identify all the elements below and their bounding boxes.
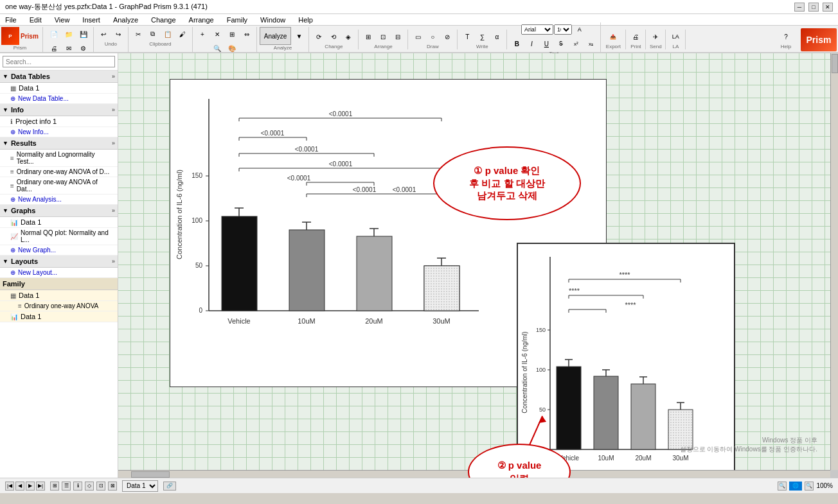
menu-help[interactable]: Help: [296, 16, 316, 24]
menu-arrange[interactable]: Arrange: [186, 16, 217, 24]
nav-icon-2[interactable]: ☰: [62, 482, 71, 491]
change-btn3[interactable]: ◈: [341, 30, 355, 44]
nav-icon-5[interactable]: ⊡: [96, 482, 105, 491]
info-more-icon[interactable]: »: [112, 107, 115, 113]
link-button[interactable]: 🔗: [163, 482, 176, 491]
write-btn2[interactable]: ∑: [475, 30, 489, 44]
menu-analyze[interactable]: Analyze: [111, 16, 141, 24]
sidebar-item-family-data1b[interactable]: 📊 Data 1: [0, 311, 118, 322]
write-btn3[interactable]: α: [490, 30, 504, 44]
sidebar-item-new-info[interactable]: ⊕ New Info...: [0, 127, 118, 137]
zoom-in-button[interactable]: 🔍: [805, 482, 814, 491]
nav-icon-4[interactable]: ◇: [85, 482, 94, 491]
sidebar-section-datatables-header[interactable]: ▼ Data Tables »: [0, 71, 118, 83]
delete-button[interactable]: ✕: [210, 27, 224, 41]
draw-btn3[interactable]: ⊘: [440, 30, 454, 44]
datatables-more-icon[interactable]: »: [112, 73, 115, 80]
cut-button[interactable]: ✂: [131, 27, 145, 41]
copy-button[interactable]: ⧉: [146, 27, 160, 41]
sidebar-section-info-header[interactable]: ▼ Info »: [0, 104, 118, 116]
subscript-btn[interactable]: x₂: [584, 37, 598, 51]
la-btn[interactable]: LA: [668, 30, 682, 44]
sidebar-section-layouts-header[interactable]: ▼ Layouts »: [0, 256, 118, 268]
open-button[interactable]: 📁: [62, 27, 76, 41]
add-col-button[interactable]: +: [195, 27, 209, 41]
sidebar-item-anova2[interactable]: ≡ Ordinary one-way ANOVA of Dat...: [0, 177, 118, 195]
sidebar-item-new-datatable[interactable]: ⊕ New Data Table...: [0, 94, 118, 104]
canvas-scroll[interactable]: Concentration of IL-6 (ng/ml) 0 50 100 1…: [118, 53, 830, 470]
size-select[interactable]: 10: [554, 24, 572, 35]
font-color-btn[interactable]: A: [573, 22, 587, 37]
change-btn2[interactable]: ⟲: [326, 30, 341, 44]
menu-insert[interactable]: Insert: [80, 16, 103, 24]
arrange-btn1[interactable]: ⊞: [361, 30, 375, 44]
nav-next-button[interactable]: ▶|: [36, 482, 45, 491]
send-btn[interactable]: ✈: [648, 30, 663, 44]
insert-button[interactable]: ⊞: [225, 27, 239, 41]
sidebar-section-results-header[interactable]: ▼ Results »: [0, 137, 118, 150]
help-btn[interactable]: ?: [779, 30, 793, 44]
italic-btn[interactable]: I: [524, 37, 539, 51]
menu-file[interactable]: File: [3, 16, 19, 24]
menu-edit[interactable]: Edit: [27, 16, 44, 24]
menu-family[interactable]: Family: [224, 16, 250, 24]
sidebar-section-graphs-header[interactable]: ▼ Graphs »: [0, 205, 118, 217]
sidebar-item-family-data1[interactable]: ▦ Data 1: [0, 290, 118, 301]
nav-icon-1[interactable]: ⊞: [50, 482, 59, 491]
sidebar-item-projectinfo[interactable]: ℹ Project info 1: [0, 116, 118, 127]
superscript-btn[interactable]: x²: [569, 37, 583, 51]
sidebar-section-family-header[interactable]: Family: [0, 278, 118, 290]
sidebar-item-new-analysis[interactable]: ⊕ New Analysis...: [0, 195, 118, 205]
sheet-dropdown[interactable]: Data 1: [122, 480, 158, 492]
undo-button[interactable]: ↩: [96, 27, 111, 41]
change-btn1[interactable]: ⟳: [312, 30, 326, 44]
search-input[interactable]: [3, 56, 115, 67]
layouts-more-icon[interactable]: »: [112, 258, 115, 265]
minimize-button[interactable]: ─: [794, 3, 805, 12]
menu-window[interactable]: Window: [258, 16, 288, 24]
bold-btn[interactable]: B: [510, 37, 524, 51]
write-btn1[interactable]: T: [460, 30, 474, 44]
arrange-btn2[interactable]: ⊡: [376, 30, 390, 44]
canvas-area[interactable]: Concentration of IL-6 (ng/ml) 0 50 100 1…: [118, 53, 838, 478]
sidebar-item-new-layout[interactable]: ⊕ New Layout...: [0, 268, 118, 278]
results-more-icon[interactable]: »: [112, 140, 115, 146]
sidebar-item-new-graph[interactable]: ⊕ New Graph...: [0, 245, 118, 256]
analyze-extra-button[interactable]: ▼: [292, 29, 306, 43]
sidebar-item-graph-data1[interactable]: 📊 Data 1: [0, 217, 118, 228]
analyze-button[interactable]: Analyze: [260, 27, 292, 45]
format-paint-button[interactable]: 🖌: [175, 27, 190, 41]
vertical-scrollbar[interactable]: [830, 53, 838, 470]
menu-view[interactable]: View: [52, 16, 73, 24]
close-button[interactable]: ✕: [823, 3, 833, 12]
export-btn[interactable]: 📤: [603, 30, 623, 44]
graphs-more-icon[interactable]: »: [112, 207, 115, 214]
sidebar-item-anova1[interactable]: ≡ Ordinary one-way ANOVA of D...: [0, 167, 118, 177]
font-select[interactable]: Arial: [521, 24, 553, 35]
sidebar-item-graph-qq[interactable]: 📈 Normal QQ plot: Normality and L...: [0, 228, 118, 245]
save-button[interactable]: 💾: [76, 27, 91, 41]
maximize-button[interactable]: □: [808, 3, 819, 12]
redo-button[interactable]: ↪: [111, 27, 125, 41]
nav-icon-6[interactable]: ⊠: [108, 482, 117, 491]
zoom-out-button[interactable]: 🔍: [778, 482, 787, 491]
nav-play-button[interactable]: ▶: [26, 482, 35, 491]
draw-btn1[interactable]: ▭: [411, 30, 425, 44]
scrollbar-thumb-v[interactable]: [832, 54, 838, 73]
arrange-btn3[interactable]: ⊟: [391, 30, 405, 44]
new-button[interactable]: 📄: [47, 27, 61, 41]
underline-btn[interactable]: U: [539, 37, 553, 51]
nav-prev-button[interactable]: ◀: [15, 482, 24, 491]
sidebar-item-normality[interactable]: ≡ Normality and Lognormality Test...: [0, 150, 118, 167]
move-button[interactable]: ⇔: [240, 27, 254, 41]
nav-first-button[interactable]: |◀: [5, 482, 14, 491]
nav-icon-3[interactable]: ℹ: [73, 482, 82, 491]
scrollbar-thumb-h[interactable]: [131, 471, 170, 478]
sidebar-item-data1[interactable]: ▦ Data 1: [0, 83, 118, 94]
sidebar-item-family-anova[interactable]: ≡ Ordinary one-way ANOVA: [0, 301, 118, 311]
paste-button[interactable]: 📋: [161, 27, 175, 41]
menu-change[interactable]: Change: [148, 16, 179, 24]
strikethrough-btn[interactable]: S̶: [554, 37, 568, 51]
print-btn[interactable]: 🖨: [628, 30, 643, 44]
draw-btn2[interactable]: ○: [425, 30, 440, 44]
